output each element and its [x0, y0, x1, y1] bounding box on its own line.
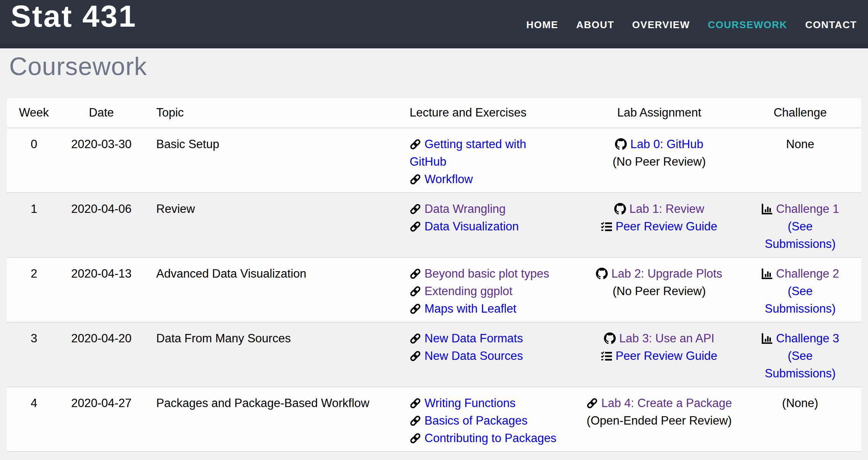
lecture-cell: Getting started with GitHubWorkflow: [392, 128, 579, 193]
link-icon: [410, 174, 421, 185]
lecture-link[interactable]: Workflow: [424, 172, 473, 186]
link-icon: [586, 398, 598, 409]
nav-link-about[interactable]: ABOUT: [576, 19, 614, 31]
lecture-cell: Writing FunctionsBasics of PackagesContr…: [392, 387, 579, 452]
navbar: Stat 431 HOMEABOUTOVERVIEWCOURSEWORKCONT…: [0, 0, 868, 48]
lecture-cell: Beyond basic plot typesExtending ggplotM…: [392, 257, 579, 322]
lab-note: (No Peer Review): [582, 153, 736, 171]
github-icon: [615, 138, 627, 150]
github-icon: [614, 203, 626, 215]
nav-link-coursework[interactable]: COURSEWORK: [708, 19, 788, 31]
topic-cell: Review: [142, 193, 392, 257]
lab-link[interactable]: Lab 4: Create a Package: [601, 396, 732, 410]
topic-cell: Packages and Package-Based Workflow: [142, 387, 392, 452]
lab-link[interactable]: Lab 2: Upgrade Plots: [611, 267, 722, 280]
tasks-icon: [601, 351, 612, 362]
lab-link[interactable]: Lab 3: Use an API: [619, 332, 714, 345]
chart-icon: [761, 333, 773, 344]
challenge-link[interactable]: Challenge 3: [776, 332, 839, 345]
date-cell: 2020-04-27: [61, 387, 142, 452]
date-cell: 2020-04-20: [61, 322, 142, 387]
nav-link-home[interactable]: HOME: [526, 19, 558, 31]
lecture-link[interactable]: Beyond basic plot types: [424, 267, 549, 280]
chart-icon: [761, 203, 773, 215]
lab-note: (No Peer Review): [582, 283, 736, 300]
table-row-week-2: 22020-04-13Advanced Data VisualizationBe…: [7, 257, 861, 322]
table-header-row: WeekDateTopicLecture and ExercisesLab As…: [7, 98, 861, 128]
week-cell: 0: [7, 128, 61, 193]
link-icon: [410, 286, 421, 297]
table-row-week-1: 12020-04-06ReviewData WranglingData Visu…: [7, 193, 861, 257]
link-icon: [410, 221, 421, 232]
lecture-link[interactable]: Data Visualization: [424, 220, 519, 233]
lecture-link[interactable]: Getting started with GitHub: [410, 137, 526, 168]
lecture-link[interactable]: Writing Functions: [424, 396, 516, 410]
table-body: 02020-03-30Basic SetupGetting started wi…: [7, 128, 861, 460]
lab-cell: Lab 2: Upgrade Plots(No Peer Review): [579, 257, 739, 322]
lecture-link[interactable]: Contributing to Packages: [424, 431, 556, 445]
challenge-note: (None): [759, 395, 841, 412]
challenge-cell: Challenge 1 (See Submissions): [739, 193, 861, 257]
week-cell: 1: [7, 193, 61, 257]
challenge-link[interactable]: Challenge 1: [776, 202, 839, 216]
col-header-week: Week: [7, 98, 61, 128]
lab-link[interactable]: Peer Review Guide: [615, 349, 717, 363]
page-title: Coursework: [0, 48, 868, 80]
brand-logo[interactable]: Stat 431: [11, 0, 137, 32]
col-header-lab-assignment: Lab Assignment: [579, 98, 739, 128]
link-icon: [410, 303, 421, 315]
link-icon: [410, 350, 421, 362]
col-header-topic: Topic: [142, 98, 392, 128]
lab-note: (Open-Ended Peer Review): [582, 412, 736, 430]
nav-link-contact[interactable]: CONTACT: [805, 19, 857, 31]
github-icon: [596, 268, 608, 280]
lecture-link[interactable]: Maps with Leaflet: [424, 302, 516, 315]
table-row-week-3: 32020-04-20Data From Many SourcesNew Dat…: [7, 322, 861, 387]
nav-link-overview[interactable]: OVERVIEW: [632, 19, 690, 31]
topic-cell: Advanced Data Visualization: [142, 257, 392, 322]
topic-cell: Basic Setup: [142, 128, 392, 193]
challenge-links: Challenge 3 (See Submissions): [759, 330, 841, 382]
col-header-lecture-and-exercises: Lecture and Exercises: [392, 98, 579, 128]
lecture-link[interactable]: Basics of Packages: [424, 414, 528, 427]
lab-link[interactable]: Peer Review Guide: [615, 220, 717, 233]
date-cell: 2020-04-13: [61, 257, 142, 322]
github-icon: [604, 332, 616, 344]
challenge-link[interactable]: Challenge 2: [776, 267, 839, 280]
date-cell: 2020-03-30: [61, 128, 142, 193]
link-icon: [410, 433, 421, 444]
week-cell: 2: [7, 257, 61, 322]
lab-cell: Lab 1: ReviewPeer Review Guide: [579, 193, 739, 257]
table-row-week-4: 42020-04-27Packages and Package-Based Wo…: [7, 387, 861, 452]
col-header-date: Date: [61, 98, 142, 128]
see-submissions-link[interactable]: (See Submissions): [765, 220, 836, 251]
lecture-link[interactable]: New Data Sources: [424, 349, 523, 363]
link-icon: [410, 139, 421, 150]
see-submissions-link[interactable]: (See Submissions): [765, 284, 836, 315]
week-cell: 3: [7, 322, 61, 387]
lecture-link[interactable]: New Data Formats: [424, 332, 523, 345]
col-header-challenge: Challenge: [739, 98, 861, 128]
partial-row-cell: [7, 452, 861, 460]
lab-link[interactable]: Lab 0: GitHub: [630, 137, 703, 151]
challenge-cell: None: [739, 128, 861, 193]
lab-link[interactable]: Lab 1: Review: [629, 202, 704, 216]
lecture-link[interactable]: Extending ggplot: [424, 284, 512, 298]
table-row-week-0: 02020-03-30Basic SetupGetting started wi…: [7, 128, 861, 193]
link-icon: [410, 415, 421, 426]
tasks-icon: [601, 221, 612, 232]
challenge-cell: Challenge 3 (See Submissions): [739, 322, 861, 387]
challenge-note: None: [759, 136, 841, 153]
lab-cell: Lab 0: GitHub(No Peer Review): [579, 128, 739, 193]
see-submissions-link[interactable]: (See Submissions): [765, 349, 836, 380]
chart-icon: [761, 268, 773, 280]
challenge-cell: Challenge 2 (See Submissions): [739, 257, 861, 322]
coursework-table: WeekDateTopicLecture and ExercisesLab As…: [7, 98, 861, 460]
lecture-link[interactable]: Data Wrangling: [424, 202, 506, 216]
coursework-table-wrap: WeekDateTopicLecture and ExercisesLab As…: [7, 98, 861, 460]
link-icon: [410, 268, 421, 280]
link-icon: [410, 203, 421, 215]
lecture-cell: Data WranglingData Visualization: [392, 193, 579, 257]
challenge-links: Challenge 2 (See Submissions): [759, 265, 841, 318]
challenge-cell: (None): [739, 387, 861, 452]
